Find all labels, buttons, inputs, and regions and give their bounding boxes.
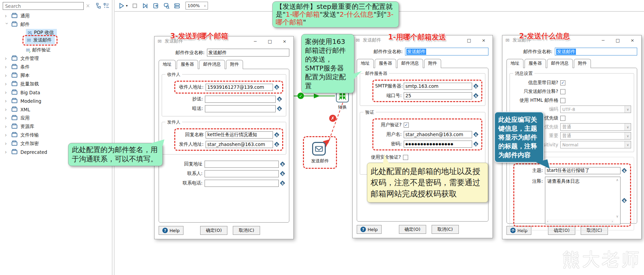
maximize-button[interactable]: □ [612, 38, 624, 43]
importance-select[interactable]: 普通∨ [560, 132, 631, 140]
tab-mail-message[interactable]: 邮件消息 [547, 59, 573, 68]
job-name-input[interactable]: 发送邮件 [555, 48, 637, 55]
transform-step-label[interactable]: 转换 [334, 104, 351, 110]
sidebar-item-general[interactable]: › 通用 [0, 12, 112, 20]
job-name-input[interactable]: 发送邮件 [405, 48, 488, 55]
secure-auth-checkbox[interactable] [403, 155, 408, 160]
variable-icon[interactable]: $ [472, 132, 480, 137]
tab-address[interactable]: 地址 [159, 60, 176, 69]
chevron-right-icon[interactable]: › [5, 108, 12, 112]
reply-address-input[interactable] [205, 161, 279, 168]
auth-password-input[interactable]: ●●●●●●●●●●●●●●●● [404, 141, 472, 148]
sidebar-item-mail[interactable]: › 邮件 [0, 20, 112, 29]
auth-user-input[interactable]: star_zhaoshen@163.com [404, 131, 472, 138]
variable-icon[interactable]: $ [276, 97, 283, 102]
use-auth-checkbox[interactable]: ✓ [404, 123, 409, 128]
close-button[interactable]: × [627, 38, 638, 43]
subject-input[interactable]: start任务运行报错了 [545, 167, 621, 174]
sender-address-input[interactable]: star_zhaoshen@163.com [206, 141, 273, 148]
run-button[interactable] [118, 2, 125, 9]
tree-connections-icon[interactable] [96, 3, 102, 9]
sidebar-item-bulk-loading[interactable]: ›批量加载 [0, 80, 112, 88]
cc-input[interactable] [205, 96, 276, 103]
tab-mail-message[interactable]: 邮件消息 [397, 59, 423, 68]
destination-address-input[interactable]: 15939161277@139.com [206, 84, 273, 91]
minimize-button[interactable]: ─ [597, 38, 609, 43]
chevron-right-icon[interactable]: › [5, 82, 12, 86]
help-button[interactable]: ?Help [159, 226, 183, 235]
zoom-select[interactable]: 100% ∨ [186, 2, 208, 10]
chevron-right-icon[interactable]: › [5, 99, 12, 103]
variable-icon[interactable]: $ [621, 168, 628, 173]
chevron-right-icon[interactable]: › [5, 14, 12, 18]
phone-input[interactable] [205, 180, 279, 187]
send-mail-step-icon[interactable] [312, 142, 326, 156]
run-options-caret-icon[interactable]: ▾ [126, 4, 128, 7]
stop-button[interactable] [131, 2, 138, 9]
variable-icon[interactable]: $ [472, 142, 480, 147]
sidebar-item-utility[interactable]: ›应用 [0, 114, 112, 122]
close-button[interactable]: × [478, 38, 489, 43]
priority-select[interactable]: 普通∨ [560, 123, 631, 131]
tab-mail-message[interactable]: 邮件消息 [199, 60, 225, 69]
bcc-input[interactable] [205, 105, 276, 112]
sidebar-item-big-data[interactable]: ›Big Data [0, 88, 112, 97]
tab-attachment[interactable]: 附件 [574, 59, 591, 68]
maximize-button[interactable]: □ [264, 39, 276, 44]
help-button[interactable]: ?Help [357, 225, 382, 234]
ok-button[interactable]: 确定(O) [399, 225, 426, 234]
tab-address[interactable]: 地址 [357, 59, 374, 68]
sidebar-item-mail-validator[interactable]: ✉✓ 邮件验证 [0, 46, 112, 54]
variable-icon[interactable]: $ [279, 181, 286, 186]
sidebar-item-xml[interactable]: ›XML [0, 105, 112, 114]
sensitivity-select[interactable]: Normal∨ [560, 141, 631, 148]
cancel-button[interactable]: 取消(C) [432, 225, 459, 234]
ok-button[interactable]: 确定(O) [200, 226, 227, 235]
sidebar-item-repository[interactable]: ›资源库 [0, 122, 112, 131]
tab-attachment[interactable]: 附件 [226, 60, 243, 69]
chevron-right-icon[interactable]: › [5, 74, 12, 78]
horizontal-scrollbar[interactable]: ‹› [546, 219, 614, 224]
tab-server[interactable]: 服务器 [375, 59, 396, 68]
include-date-checkbox[interactable]: ✓ [560, 80, 565, 85]
port-input[interactable]: 25 [404, 92, 472, 99]
chevron-right-icon[interactable]: › [5, 125, 12, 129]
variable-icon[interactable]: $ [472, 93, 480, 98]
sidebar-resize-sash[interactable] [112, 0, 114, 275]
job-name-input[interactable]: 发送邮件 [207, 49, 289, 56]
sidebar-item-modeling[interactable]: ›Modeling [0, 97, 112, 105]
chevron-right-icon[interactable]: › [5, 150, 12, 154]
variable-icon[interactable]: $ [472, 84, 480, 89]
check-db-button[interactable] [163, 2, 170, 9]
comment-textarea[interactable]: 请查看具体日志 ∧∨ ‹› [545, 177, 621, 224]
sidebar-item-send-mail[interactable]: ✉ 发送邮件 [0, 36, 112, 45]
sidebar-item-scripting[interactable]: ›脚本 [0, 71, 112, 80]
tab-attachment[interactable]: 附件 [424, 59, 441, 68]
chevron-right-icon[interactable]: › [5, 116, 12, 120]
clear-search-icon[interactable]: × [86, 3, 90, 9]
variable-icon[interactable]: $ [273, 85, 280, 90]
tree-list-icon[interactable] [103, 3, 110, 9]
encoding-select[interactable]: UTF-8∨ [560, 106, 631, 113]
variable-icon[interactable]: $ [621, 198, 628, 203]
comment-only-checkbox[interactable] [560, 89, 565, 94]
slave-server-button[interactable] [174, 2, 180, 9]
chevron-right-icon[interactable]: › [5, 142, 12, 146]
variable-icon[interactable]: $ [273, 132, 280, 138]
tab-server[interactable]: 服务器 [525, 59, 546, 68]
variable-icon[interactable]: $ [276, 106, 283, 111]
cancel-button[interactable]: 取消(C) [233, 226, 260, 235]
chevron-right-icon[interactable]: › [5, 65, 12, 69]
smtp-server-input[interactable]: smtp.163.com [404, 83, 472, 90]
html-format-checkbox[interactable] [560, 98, 565, 103]
contact-input[interactable] [205, 170, 279, 177]
variable-icon[interactable]: $ [279, 162, 286, 167]
sidebar-item-conditions[interactable]: ›条件 [0, 63, 112, 71]
search-input[interactable] [3, 2, 84, 10]
chevron-right-icon[interactable]: › [5, 133, 12, 137]
preview-button[interactable] [142, 2, 149, 9]
tab-server[interactable]: 服务器 [177, 60, 198, 69]
vertical-scrollbar[interactable]: ∧∨ [615, 177, 620, 219]
chevron-right-icon[interactable]: › [5, 56, 12, 61]
sidebar-item-file-management[interactable]: ›文件管理 [0, 54, 112, 63]
